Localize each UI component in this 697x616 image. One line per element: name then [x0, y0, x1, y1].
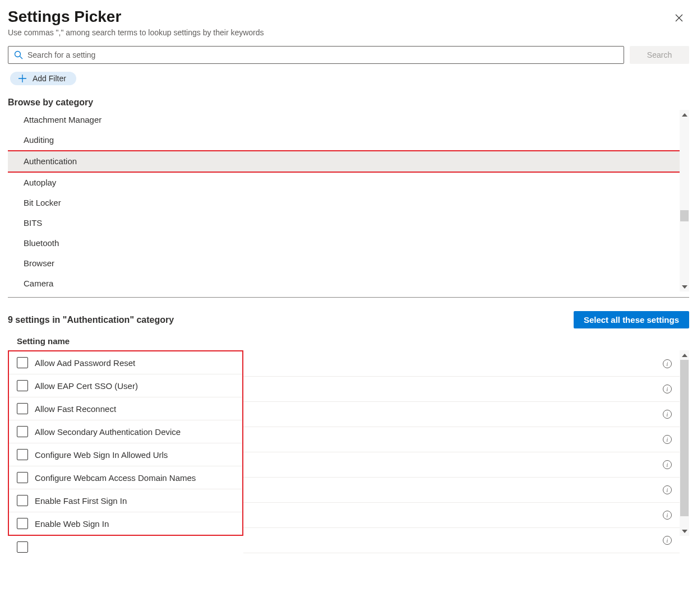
- category-item[interactable]: Auditing: [8, 130, 689, 150]
- setting-row[interactable]: Allow Fast Reconnect: [9, 397, 242, 420]
- scroll-thumb[interactable]: [680, 360, 689, 516]
- category-item[interactable]: Attachment Manager: [8, 110, 689, 130]
- setting-row[interactable]: Allow Aad Password Reset: [9, 351, 242, 374]
- info-row: i: [243, 427, 680, 452]
- info-icon[interactable]: i: [663, 410, 672, 419]
- setting-checkbox[interactable]: [17, 449, 28, 460]
- category-item[interactable]: BITS: [8, 213, 689, 233]
- setting-checkbox[interactable]: [17, 518, 28, 529]
- search-icon: [14, 50, 23, 59]
- setting-checkbox[interactable]: [17, 472, 28, 483]
- info-icon[interactable]: i: [663, 435, 672, 444]
- category-item[interactable]: Camera: [8, 274, 689, 291]
- info-row: i: [243, 503, 680, 528]
- setting-checkbox[interactable]: [17, 541, 28, 553]
- results-count: 9 settings in "Authentication" category: [8, 315, 174, 325]
- info-row: i: [243, 351, 680, 377]
- add-filter-button[interactable]: Add Filter: [10, 72, 76, 85]
- setting-row[interactable]: Configure Web Sign In Allowed Urls: [9, 443, 242, 466]
- category-item[interactable]: Autoplay: [8, 173, 689, 193]
- category-item[interactable]: Bluetooth: [8, 233, 689, 253]
- category-item[interactable]: Browser: [8, 253, 689, 274]
- scroll-thumb[interactable]: [680, 210, 689, 221]
- add-filter-label: Add Filter: [33, 74, 66, 83]
- info-column: iiiiiiii: [243, 351, 680, 553]
- close-icon: [675, 13, 684, 22]
- category-item[interactable]: Authentication: [8, 150, 682, 173]
- scroll-down-arrow-icon[interactable]: [680, 282, 689, 291]
- setting-label: Allow EAP Cert SSO (User): [35, 381, 138, 391]
- setting-checkbox[interactable]: [17, 403, 28, 414]
- category-scrollbar[interactable]: [680, 110, 689, 291]
- plus-icon: [18, 74, 27, 83]
- setting-label: Configure Webcam Access Domain Names: [35, 473, 196, 483]
- setting-checkbox[interactable]: [17, 357, 28, 368]
- setting-row[interactable]: Enable Fast First Sign In: [9, 489, 242, 512]
- info-icon[interactable]: i: [663, 536, 672, 545]
- setting-row[interactable]: Allow Secondary Authentication Device: [9, 420, 242, 443]
- info-row: i: [243, 452, 680, 478]
- setting-checkbox[interactable]: [17, 495, 28, 506]
- setting-checkbox[interactable]: [17, 426, 28, 437]
- close-button[interactable]: [672, 11, 686, 25]
- settings-list: Allow Aad Password ResetAllow EAP Cert S…: [8, 350, 243, 536]
- info-icon[interactable]: i: [663, 385, 672, 393]
- info-row: i: [243, 478, 680, 503]
- info-row: i: [243, 528, 680, 553]
- browse-heading: Browse by category: [8, 98, 689, 108]
- scroll-down-arrow-icon[interactable]: [680, 526, 689, 536]
- scroll-track[interactable]: [680, 360, 689, 526]
- scroll-track[interactable]: [680, 119, 689, 282]
- setting-row[interactable]: Configure Webcam Access Domain Names: [9, 466, 242, 489]
- setting-row[interactable]: Enable Web Sign In: [9, 512, 242, 535]
- setting-label: Enable Fast First Sign In: [35, 496, 127, 506]
- setting-label: Enable Web Sign In: [35, 519, 109, 529]
- search-input[interactable]: [23, 50, 618, 59]
- setting-checkbox[interactable]: [17, 380, 28, 391]
- info-row: i: [243, 377, 680, 402]
- info-icon[interactable]: i: [663, 511, 672, 520]
- page-subtitle: Use commas "," among search terms to loo…: [8, 28, 264, 37]
- info-row: i: [243, 402, 680, 427]
- settings-scrollbar[interactable]: [680, 350, 689, 536]
- setting-label: Allow Aad Password Reset: [35, 358, 135, 368]
- info-icon[interactable]: i: [663, 485, 672, 494]
- setting-label: Allow Secondary Authentication Device: [35, 427, 181, 437]
- scroll-up-arrow-icon[interactable]: [680, 110, 689, 119]
- page-title: Settings Picker: [8, 8, 264, 26]
- search-box[interactable]: [8, 46, 624, 64]
- setting-row[interactable]: Allow EAP Cert SSO (User): [9, 374, 242, 397]
- category-list: Attachment ManagerAuditingAuthentication…: [8, 110, 689, 291]
- setting-name-header: Setting name: [17, 336, 689, 346]
- setting-label: Configure Web Sign In Allowed Urls: [35, 450, 168, 460]
- select-all-button[interactable]: Select all these settings: [574, 311, 689, 328]
- info-icon[interactable]: i: [663, 460, 672, 469]
- category-item[interactable]: Bit Locker: [8, 193, 689, 213]
- search-button[interactable]: Search: [630, 46, 689, 64]
- info-icon[interactable]: i: [663, 359, 672, 368]
- svg-point-0: [15, 52, 21, 57]
- scroll-up-arrow-icon[interactable]: [680, 350, 689, 360]
- setting-label: Allow Fast Reconnect: [35, 404, 116, 414]
